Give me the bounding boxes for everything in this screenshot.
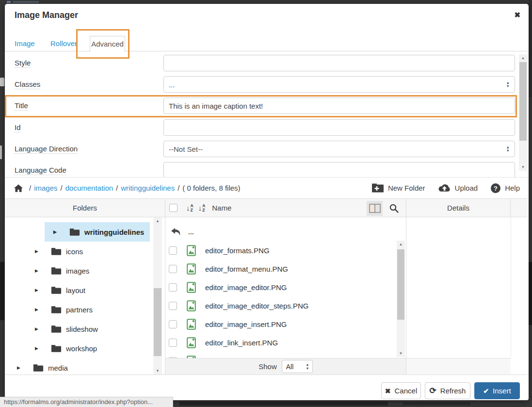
details-divider bbox=[511, 217, 511, 358]
stepper-icon: ▲▼ bbox=[506, 146, 510, 152]
background-fragment bbox=[529, 262, 532, 325]
file-row: editor_formats.PNG bbox=[165, 241, 406, 260]
id-input[interactable] bbox=[163, 119, 515, 136]
expander-icon[interactable]: ▶ bbox=[35, 249, 41, 254]
image-file-icon bbox=[187, 263, 196, 275]
breadcrumb-separator: / bbox=[29, 184, 31, 192]
file-checkbox[interactable] bbox=[169, 302, 177, 310]
scroll-up-icon[interactable]: ▲ bbox=[519, 54, 527, 62]
breadcrumb-link-documentation[interactable]: documentation bbox=[65, 184, 113, 192]
tree-scrollbar-thumb[interactable] bbox=[154, 288, 161, 356]
classes-select[interactable]: ... ▲▼ bbox=[163, 76, 515, 93]
expander-icon[interactable]: ▶ bbox=[35, 346, 41, 351]
file-list-panel: ... editor_formats.PNG editor_format_men… bbox=[165, 217, 406, 358]
tree-item-images[interactable]: ▶ images bbox=[5, 261, 165, 280]
back-icon bbox=[171, 228, 181, 236]
expander-icon[interactable]: ▶ bbox=[35, 268, 41, 273]
parent-directory-row[interactable]: ... bbox=[165, 222, 406, 241]
files-scrollbar-thumb[interactable] bbox=[397, 249, 404, 320]
stepper-icon: ▲▼ bbox=[306, 363, 309, 370]
image-file-icon bbox=[187, 300, 196, 311]
scroll-down-icon[interactable]: ▼ bbox=[519, 163, 527, 171]
title-label: Title bbox=[15, 101, 28, 111]
title-input[interactable] bbox=[163, 98, 515, 114]
background-fragment bbox=[0, 146, 2, 159]
scroll-down-icon[interactable]: ▼ bbox=[397, 350, 405, 357]
toggle-columns-button[interactable] bbox=[367, 201, 383, 216]
file-checkbox[interactable] bbox=[169, 320, 177, 328]
expander-icon[interactable]: ▶ bbox=[53, 229, 59, 234]
breadcrumb: / images / documentation / writingguidel… bbox=[5, 178, 529, 198]
svg-text:?: ? bbox=[494, 184, 498, 192]
upload-button[interactable]: Upload bbox=[438, 183, 478, 193]
language-direction-select[interactable]: --Not Set-- ▲▼ bbox=[163, 141, 515, 157]
expander-icon[interactable]: ▶ bbox=[17, 365, 23, 370]
tree-item-partners[interactable]: ▶ partners bbox=[5, 300, 165, 319]
file-name[interactable]: editor_image_insert.PNG bbox=[205, 320, 287, 328]
background-fragment bbox=[0, 78, 4, 86]
scroll-up-icon[interactable]: ▲ bbox=[397, 241, 405, 248]
breadcrumb-separator: / bbox=[61, 184, 63, 192]
language-code-input[interactable] bbox=[163, 162, 515, 177]
sort-alpha-asc-icon[interactable]: ↓ AZ bbox=[186, 204, 193, 212]
show-label: Show bbox=[258, 362, 277, 371]
home-icon[interactable] bbox=[14, 183, 23, 193]
panel-headers: Folders ↓ AZ ↓ AZ Name Detail bbox=[5, 198, 528, 217]
breadcrumb-link-images[interactable]: images bbox=[34, 184, 57, 192]
tree-item-media[interactable]: ▶ media bbox=[5, 358, 165, 374]
file-name[interactable]: editor_image_editor_steps.PNG bbox=[205, 302, 308, 310]
file-name[interactable]: editor_image_editor.PNG bbox=[205, 283, 287, 292]
style-label: Style bbox=[15, 59, 31, 68]
status-bar-url: https://formalms.org/administrator/index… bbox=[0, 397, 173, 407]
file-name[interactable]: editor_format_menu.PNG bbox=[205, 265, 288, 273]
search-button[interactable] bbox=[386, 201, 402, 216]
page-background: { "dialog": { "title": "Image Manager" }… bbox=[0, 0, 532, 407]
sort-alpha-desc-icon[interactable]: ↓ AZ bbox=[198, 204, 206, 212]
tree-item-writingguidelines[interactable]: ▶ writingguidelines bbox=[5, 222, 165, 242]
file-checkbox[interactable] bbox=[169, 339, 177, 347]
cancel-button[interactable]: ✖ Cancel bbox=[381, 382, 421, 399]
breadcrumb-separator: / bbox=[116, 184, 118, 192]
file-row: editor_image_editor_steps.PNG bbox=[165, 296, 406, 315]
file-checkbox[interactable] bbox=[169, 246, 177, 255]
close-icon[interactable]: ✖ bbox=[514, 11, 520, 19]
show-select[interactable]: All ▲▼ bbox=[282, 360, 313, 373]
scroll-down-icon[interactable]: ▼ bbox=[153, 367, 162, 374]
folder-icon bbox=[33, 364, 44, 372]
file-name[interactable]: editor_formats.PNG bbox=[205, 246, 270, 255]
file-checkbox[interactable] bbox=[169, 283, 177, 292]
folder-icon bbox=[69, 228, 80, 236]
advanced-form: Style Classes ... ▲▼ Title Id Language D… bbox=[5, 52, 529, 177]
parent-directory-label: ... bbox=[188, 228, 194, 236]
files-header: ↓ AZ ↓ AZ Name bbox=[165, 199, 406, 217]
background-fragment bbox=[7, 1, 11, 3]
tab-rollover[interactable]: Rollover bbox=[50, 36, 77, 51]
new-folder-button[interactable]: New Folder bbox=[371, 183, 425, 193]
expander-icon[interactable]: ▶ bbox=[35, 288, 41, 293]
select-all-checkbox[interactable] bbox=[169, 204, 177, 212]
tree-item-workshop[interactable]: ▶ workshop bbox=[5, 339, 165, 358]
expander-icon[interactable]: ▶ bbox=[35, 307, 41, 312]
file-checkbox[interactable] bbox=[169, 265, 177, 273]
tab-image[interactable]: Image bbox=[15, 36, 35, 51]
tree-item-icons[interactable]: ▶ icons bbox=[5, 242, 165, 261]
file-browser: / images / documentation / writingguidel… bbox=[5, 177, 529, 375]
refresh-icon: ⟳ bbox=[430, 386, 436, 396]
image-file-icon bbox=[187, 337, 196, 348]
refresh-button[interactable]: ⟳ Refresh bbox=[425, 382, 470, 399]
show-filter-bar: Show All ▲▼ bbox=[165, 358, 406, 374]
classes-label: Classes bbox=[15, 80, 40, 89]
tab-advanced[interactable]: Advanced bbox=[90, 36, 125, 52]
classes-select-value: ... bbox=[169, 81, 506, 89]
tree-item-layout[interactable]: ▶ layout bbox=[5, 280, 165, 300]
form-scrollbar-thumb[interactable] bbox=[519, 62, 527, 141]
insert-button[interactable]: ✔ Insert bbox=[474, 382, 520, 399]
scroll-up-icon[interactable]: ▲ bbox=[153, 217, 162, 225]
help-button[interactable]: ? Help bbox=[490, 183, 520, 194]
tree-item-slideshow[interactable]: ▶ slideshow bbox=[5, 319, 165, 339]
style-input[interactable] bbox=[163, 55, 515, 71]
expander-icon[interactable]: ▶ bbox=[35, 326, 41, 331]
breadcrumb-link-writingguidelines[interactable]: writingguidelines bbox=[121, 184, 175, 192]
background-fragment bbox=[403, 402, 470, 405]
file-name[interactable]: editor_link_insert.PNG bbox=[205, 339, 278, 347]
